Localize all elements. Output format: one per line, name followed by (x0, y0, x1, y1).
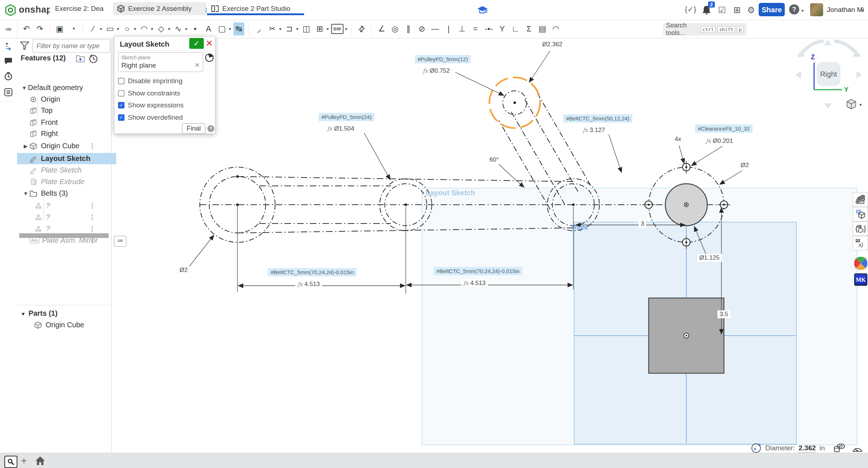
checkbox-checked-icon[interactable]: ✓ (118, 102, 125, 109)
chevron-down-icon[interactable]: ▾ (168, 26, 170, 31)
expr-beltctc50[interactable]: #BeltCTC_5mm(50,12,24) (563, 114, 632, 123)
filter-input[interactable] (33, 39, 110, 52)
help-caret-icon[interactable]: ▾ (801, 8, 804, 13)
plane-tag-layout-sketch[interactable]: Layout Sketch (426, 189, 475, 197)
diameter-value[interactable]: 2.362 (799, 444, 816, 452)
dim-clearancefit[interactable]: ƒxØ0.201 (704, 137, 735, 145)
checkbox-show-overdefined[interactable]: ✓Show overdefined (118, 114, 183, 122)
insert-feature-icon[interactable] (4, 42, 13, 51)
feature-row-default-geometry[interactable]: ▼Default geometry (17, 82, 115, 93)
rollback-history-icon[interactable] (89, 54, 98, 63)
feature-row--[interactable]: ?⋮ (17, 212, 121, 223)
midpoint-constraint-icon[interactable]: -•- (483, 22, 494, 35)
rectangle-tool-icon[interactable]: ▭ (105, 22, 115, 35)
checkbox-show-expressions[interactable]: ✓Show expressions (118, 101, 184, 109)
tab-part-studio[interactable]: Exercise 2 Part Studio (207, 2, 304, 15)
feature-list-icon[interactable]: ≔ (3, 22, 14, 35)
revolve-icon[interactable]: ◔ (68, 22, 79, 35)
checkbox-unchecked-icon[interactable] (118, 78, 125, 84)
suppress-dots-icon[interactable]: ⋮ (89, 142, 95, 150)
viewcube-down-arrow[interactable] (824, 103, 832, 109)
dim-dia2-left[interactable]: Ø2 (177, 266, 190, 274)
redo-icon[interactable]: ↷ (34, 22, 45, 35)
extrude-icon[interactable]: ▣ (54, 22, 65, 35)
dim-35[interactable]: 3.5 (717, 310, 730, 318)
feature-row-plate-sketch[interactable]: Plate Sketch (17, 165, 116, 176)
dim-4513-1[interactable]: ƒx4.513 (295, 280, 322, 288)
checkbox-disable-imprinting[interactable]: Disable imprinting (118, 77, 182, 85)
feature-row-right[interactable]: Right (17, 128, 116, 139)
help-icon[interactable]: ? (789, 4, 799, 14)
accept-button[interactable]: ✓ (189, 38, 204, 49)
spline-tool-icon[interactable]: ∿ (173, 22, 184, 35)
home-button[interactable] (35, 456, 46, 466)
final-button[interactable]: Final (182, 123, 205, 134)
app-store-icon[interactable]: ⊞ (733, 5, 741, 15)
viewcube-right-arrow[interactable] (856, 71, 862, 79)
pierce-constraint-icon[interactable]: Y (497, 22, 507, 35)
chevron-down-icon[interactable]: ▾ (279, 26, 281, 31)
perpendicular-constraint-icon[interactable]: ⊥ (456, 22, 467, 35)
chevron-down-icon[interactable]: ▼ (22, 191, 29, 196)
dim-3[interactable]: 3 (639, 220, 646, 228)
share-button[interactable]: Share (759, 3, 785, 16)
circle-tool-icon[interactable]: ○ (122, 22, 132, 35)
expr-clearancefit[interactable]: #ClearanceFit_10_32 (695, 124, 753, 133)
tab-search-button[interactable] (4, 456, 17, 468)
learning-cap-icon[interactable] (477, 5, 488, 15)
dialog-help-icon[interactable]: ? (207, 125, 214, 132)
user-caret-icon[interactable]: ▾ (861, 8, 863, 13)
dimension-tool-icon[interactable]: ↹ (233, 22, 244, 35)
appearance-icon[interactable] (853, 192, 868, 207)
parallel-constraint-icon[interactable]: ∥ (403, 22, 414, 35)
mirror-tool-icon[interactable]: ◫ (301, 22, 312, 35)
vertical-constraint-icon[interactable]: | (443, 22, 454, 35)
feature-row-origin-cube[interactable]: ▶Origin Cube⋮ (17, 140, 116, 152)
text-tool-icon[interactable]: A (203, 22, 214, 35)
add-tab-button[interactable]: + (21, 455, 27, 467)
tab-document[interactable]: Exercise 2: Dea (50, 2, 117, 15)
expr-pulleypd12[interactable]: #PulleyPD_5mm(12) (415, 55, 471, 63)
part-row-origin-cube[interactable]: Origin Cube (34, 321, 84, 329)
featurescript-table-icon[interactable]: x) (853, 236, 868, 250)
chevron-down-icon[interactable]: ▾ (100, 26, 102, 31)
chevron-down-icon[interactable]: ▾ (151, 26, 153, 31)
tape-measure-icon[interactable] (834, 443, 845, 453)
equal-constraint-icon[interactable]: = (470, 22, 481, 35)
polygon-tool-icon[interactable]: ◇ (156, 22, 167, 35)
chevron-down-icon[interactable]: ▾ (345, 26, 347, 31)
dim-dia1125[interactable]: Ø1.125 (697, 254, 722, 262)
dxf-import-icon[interactable]: DXF (331, 24, 344, 34)
parts-title[interactable]: ▼Parts (1) (21, 309, 58, 318)
tree-scrollbar[interactable] (19, 233, 109, 238)
feature-row-top[interactable]: Top (17, 105, 116, 116)
point-tool-icon[interactable]: • (190, 22, 201, 35)
concentric-constraint-icon[interactable]: ◎ (389, 22, 400, 35)
history-icon[interactable] (4, 72, 13, 81)
search-tools-box[interactable]: Search tools... ctrl shift p (663, 23, 746, 35)
feature-row-belts-3-[interactable]: ▼Belts (3) (17, 188, 116, 199)
chevron-down-icon[interactable]: ▾ (185, 26, 187, 31)
comment-icon[interactable] (4, 57, 13, 65)
configured-features-icon[interactable]: {} (853, 221, 868, 236)
expr-pulleypd24[interactable]: #PulleyPD_5mm(24) (319, 113, 374, 121)
configuration-table-icon[interactable] (853, 207, 868, 221)
offset-tool-icon[interactable]: ⊐ (284, 22, 295, 35)
chevron-down-icon[interactable]: ▾ (134, 26, 136, 31)
sketch-plane-field[interactable]: Sketch plane Right plane ✕ (118, 52, 203, 72)
dim-beltctc50[interactable]: ƒx3.127 (581, 126, 607, 134)
dim-angle60[interactable]: 60° (487, 156, 501, 164)
suppress-dots-icon[interactable]: ⋮ (89, 225, 95, 233)
avatar[interactable] (810, 3, 823, 16)
pattern-constraint-icon[interactable]: Σ (523, 22, 534, 35)
line-tool-icon[interactable]: ∕ (88, 22, 98, 35)
dim-4513-2[interactable]: ƒx4.513 (461, 279, 488, 287)
dim-dia2-right[interactable]: Ø2 (738, 161, 751, 169)
tab-assembly[interactable]: Exercise 2 Assembly (113, 2, 206, 15)
dim-pulleypd12[interactable]: ƒxØ0.752 (421, 67, 452, 75)
dim-qty-4x[interactable]: 4x (673, 135, 683, 143)
checkbox-show-constraints[interactable]: Show constraints (118, 89, 180, 97)
feature-statistics-icon[interactable] (4, 88, 13, 97)
chevron-right-icon[interactable]: ▶ (22, 143, 29, 149)
clear-selection-icon[interactable]: ✕ (195, 61, 200, 69)
